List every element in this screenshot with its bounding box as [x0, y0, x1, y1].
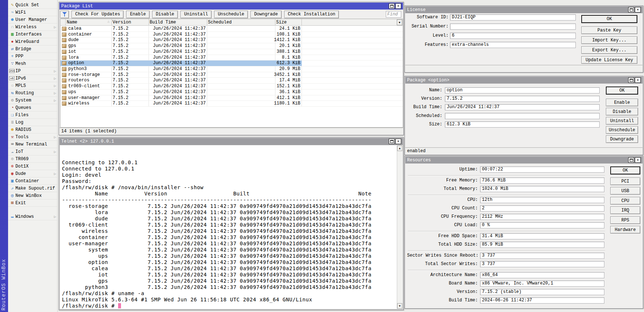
restore-icon[interactable]: [628, 7, 634, 12]
sidebar-item-wireguard[interactable]: ●WireGuard: [8, 38, 57, 45]
cpu-button[interactable]: CPU: [610, 197, 640, 205]
sidebar-item-container[interactable]: ▣Container: [8, 177, 57, 185]
sidebar-item-new-winbox[interactable]: ◎New WinBox: [8, 192, 57, 199]
sidebar-item-ppp[interactable]: +PPP: [8, 53, 57, 60]
disable-button[interactable]: Disable: [606, 108, 638, 115]
restore-icon[interactable]: [628, 77, 634, 83]
column-header-build-time[interactable]: Build Time: [150, 19, 176, 26]
sidebar-item-files[interactable]: ❏Files: [8, 111, 57, 119]
field-cpu-load[interactable]: 0 %: [480, 222, 604, 228]
license-titlebar[interactable]: License ✕: [405, 6, 643, 13]
close-icon[interactable]: ✕: [635, 7, 641, 12]
package-option-titlebar[interactable]: Package <option> ✕: [405, 77, 643, 84]
column-header-version[interactable]: Version: [113, 19, 131, 26]
paste-key-button[interactable]: Paste Key: [581, 26, 637, 34]
downgrade-button[interactable]: Downgrade: [250, 11, 282, 18]
resources-titlebar[interactable]: Resources ✕: [405, 157, 643, 164]
find-input[interactable]: [386, 11, 401, 18]
package-list-titlebar[interactable]: Package List ✕: [59, 3, 403, 10]
terminal-content[interactable]: Connecting to 127.0.0.1 Connected to 127…: [59, 145, 403, 309]
field-uptime[interactable]: 00:07:22: [480, 166, 604, 173]
hardware-button[interactable]: Hardware: [610, 226, 640, 234]
ok-button[interactable]: OK: [606, 87, 638, 95]
close-icon[interactable]: ✕: [395, 3, 401, 9]
table-row[interactable]: ups7.15.2Jun/26/2024 11:42:3736.1 KiB: [61, 89, 403, 95]
scroll-down-icon[interactable]: ▼: [397, 303, 402, 309]
sidebar-item-interfaces[interactable]: ▦Interfaces: [8, 31, 57, 38]
field-scheduled[interactable]: [445, 113, 600, 119]
column-select-icon[interactable]: ▼: [397, 19, 402, 25]
sidebar-item-windows[interactable]: ▬Windows▷: [8, 213, 57, 220]
column-header-scheduled[interactable]: Scheduled: [208, 19, 232, 26]
sidebar-item-dot1x[interactable]: ⊗Dot1X: [8, 163, 57, 170]
sidebar-item-quick-set[interactable]: ✎Quick Set: [8, 1, 57, 9]
close-icon[interactable]: ✕: [635, 157, 641, 163]
restore-icon[interactable]: [389, 3, 395, 9]
field-free-hdd-space[interactable]: 31.4 MiB: [480, 233, 604, 239]
table-row[interactable]: iot7.15.2Jun/26/2024 11:42:37388.1 KiB: [61, 49, 403, 55]
field-features[interactable]: extra-channels: [450, 42, 576, 48]
field-sector-writes-since-reboot[interactable]: 3 737: [480, 253, 604, 259]
ok-button[interactable]: OK: [581, 15, 637, 23]
enable-button[interactable]: Enable: [606, 99, 638, 106]
close-icon[interactable]: ✕: [635, 77, 641, 83]
field-version[interactable]: 7.15.2: [445, 96, 600, 102]
uninstall-button[interactable]: Uninstall: [180, 11, 212, 18]
field-board-name[interactable]: x86 VMware, Inc. VMware20,1: [480, 280, 604, 287]
sidebar-item-tr069[interactable]: ⚙TR069: [8, 155, 57, 163]
field-total-hdd-size[interactable]: 85.9 MiB: [480, 242, 604, 248]
table-row[interactable]: tr069-client7.15.2Jun/26/2024 11:42:3715…: [61, 84, 403, 89]
rps-button[interactable]: RPS: [610, 216, 640, 224]
check-installation-button[interactable]: Check Installation: [284, 11, 339, 18]
field-total-memory[interactable]: 1024.0 MiB: [480, 186, 604, 192]
table-row[interactable]: user-manager7.15.2Jun/26/2024 11:42:3741…: [61, 95, 403, 101]
sidebar-item-dude[interactable]: ◉Dude▷: [8, 170, 57, 177]
table-row[interactable]: lora7.15.2Jun/26/2024 11:42:378.1 KiB: [61, 55, 403, 61]
check-for-updates-button[interactable]: Check For Updates: [72, 11, 124, 18]
column-header-size[interactable]: Size: [276, 19, 287, 26]
irq-button[interactable]: IRQ: [610, 206, 640, 214]
usb-button[interactable]: USB: [610, 187, 640, 195]
sidebar-item-queues[interactable]: ◔Queues: [8, 104, 57, 111]
sidebar-item-bridge[interactable]: ⇄Bridge: [8, 45, 57, 53]
sidebar-item-user-manager[interactable]: ☻User Manager: [8, 16, 57, 23]
sidebar-item-make-supout-rif[interactable]: ⇗Make Supout.rif: [8, 185, 57, 192]
field-architecture-name[interactable]: x86_64: [480, 272, 604, 278]
table-row[interactable]: option7.15.2Jun/26/2024 11:42:37612.3 Ki…: [61, 60, 403, 66]
field-free-memory[interactable]: 736.6 MiB: [480, 177, 604, 184]
field-software-id[interactable]: DJ21-EIQP: [450, 14, 576, 21]
telnet-titlebar[interactable]: Telnet <2> 127.0.0.1 ✕: [59, 138, 403, 145]
sidebar-item-exit[interactable]: ⊠Exit: [8, 199, 57, 207]
field-size[interactable]: 612.3 KiB: [445, 121, 600, 128]
disable-button[interactable]: Disable: [152, 11, 178, 18]
uninstall-button[interactable]: Uninstall: [606, 117, 638, 125]
field-cpu-count[interactable]: 2: [480, 205, 604, 212]
field-cpu-frequency[interactable]: 2112 MHz: [480, 214, 604, 220]
sidebar-item-system[interactable]: ⚙System▷: [8, 97, 57, 104]
unschedule-button[interactable]: Unschedule: [606, 126, 638, 134]
field-build-time[interactable]: Jun/26/2024 11:42:37: [445, 104, 600, 110]
table-row[interactable]: wireless7.15.2Jun/26/2024 11:42:371180.1…: [61, 101, 403, 107]
field-build-time[interactable]: 2024-06-26 11:42:37: [480, 297, 604, 304]
table-row[interactable]: rose-storage7.15.2Jun/26/2024 11:42:3734…: [61, 72, 403, 78]
unschedule-button[interactable]: Unschedule: [214, 11, 248, 18]
sidebar-item-mpls[interactable]: ○MPLS▷: [8, 82, 57, 89]
field-level[interactable]: 6: [450, 33, 576, 39]
column-header-name[interactable]: Name: [67, 19, 77, 26]
table-row[interactable]: dude7.15.2Jun/26/2024 11:42:371412.1 KiB: [61, 37, 403, 43]
scroll-up-icon[interactable]: ▲: [397, 146, 402, 151]
import-key-button[interactable]: Import Key...: [581, 36, 637, 44]
table-row[interactable]: gps7.15.2Jun/26/2024 11:42:3720.1 KiB: [61, 43, 403, 49]
sidebar-item-log[interactable]: ≣Log: [8, 119, 57, 126]
table-row[interactable]: container7.15.2Jun/26/2024 11:42:37108.1…: [61, 32, 403, 38]
table-row[interactable]: python37.15.2Jun/26/2024 11:42:3720.9 Mi…: [61, 66, 403, 72]
close-icon[interactable]: ✕: [395, 139, 401, 144]
pci-button[interactable]: PCI: [610, 177, 640, 185]
ok-button[interactable]: OK: [610, 166, 640, 175]
field-total-sector-writes[interactable]: 3 737: [480, 261, 604, 267]
sidebar-item-ipv6[interactable]: v6IPv6▷: [8, 75, 57, 82]
field-name[interactable]: option: [445, 87, 600, 93]
sidebar-item-wireless[interactable]: ∩Wireless▷: [8, 23, 57, 31]
table-row[interactable]: routeros7.15.2Jun/26/2024 11:42:3717.4 M…: [61, 78, 403, 84]
export-key-button[interactable]: Export Key...: [581, 46, 637, 54]
